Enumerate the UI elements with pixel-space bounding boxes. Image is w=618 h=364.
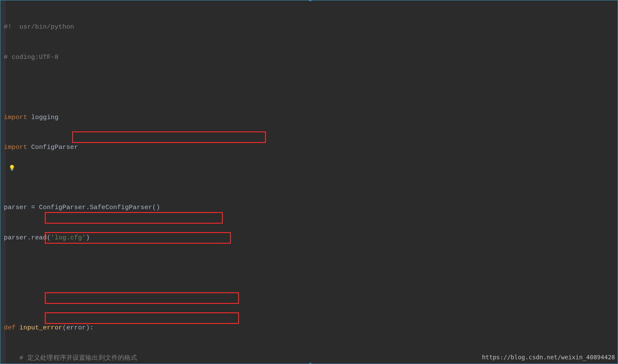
identifier: logging [27, 114, 58, 121]
editor-frame: 💡 #! usr/bin/python # coding:UTF-8 impor… [0, 0, 618, 364]
code-line [4, 263, 434, 273]
code-line: parser = ConfigParser.SafeConfigParser() [4, 203, 434, 213]
code-line: parser.read('log.cfg') [4, 233, 434, 243]
comment: # coding:UTF-8 [4, 54, 58, 61]
code-line: import logging [4, 113, 434, 123]
code-text: parser = ConfigParser.SafeConfigParser() [4, 204, 160, 211]
code-line: # coding:UTF-8 [4, 52, 434, 63]
code-text: ) [86, 234, 90, 242]
code-text: parser.read( [4, 234, 51, 242]
keyword: import [4, 114, 27, 121]
code-line [4, 293, 434, 303]
comment: #! usr/bin/python [4, 23, 74, 31]
function-name: input_error [20, 324, 63, 332]
keyword: def [4, 324, 20, 332]
code-line: # 定义处理程序并设置输出到文件的格式 [4, 353, 434, 364]
code-line: import ConfigParser [4, 143, 434, 153]
comment: # 定义处理程序并设置输出到文件的格式 [20, 355, 137, 362]
code-line: def input_error(error): [4, 323, 434, 333]
code-line [4, 82, 434, 93]
identifier: ConfigParser [27, 144, 78, 151]
keyword: import [4, 144, 27, 151]
selection-handle-top [309, 0, 312, 1]
code-text: (error): [62, 324, 93, 332]
watermark: https://blog.csdn.net/weixin_40894428 [482, 352, 615, 363]
code-editor[interactable]: #! usr/bin/python # coding:UTF-8 import … [4, 2, 434, 364]
code-line [4, 173, 434, 183]
string: 'log.cfg' [51, 234, 86, 242]
code-line: #! usr/bin/python [4, 22, 434, 32]
indent [4, 355, 20, 362]
